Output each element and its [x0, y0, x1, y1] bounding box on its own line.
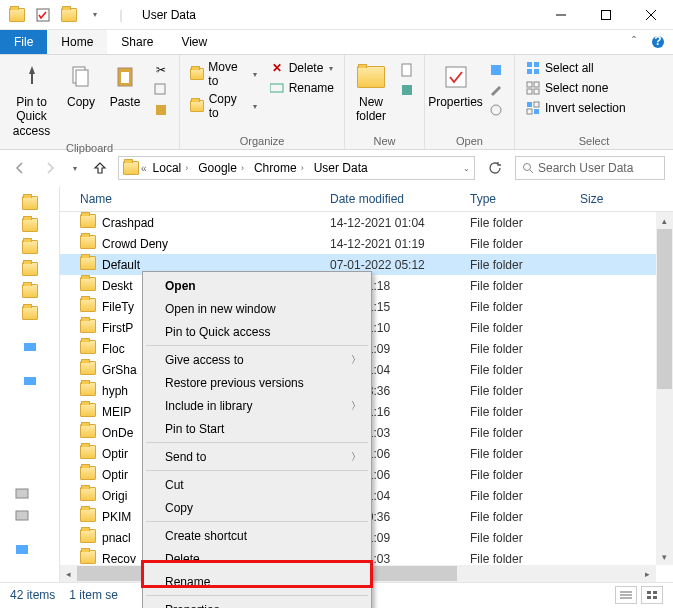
svg-rect-27: [527, 102, 532, 107]
tab-share[interactable]: Share: [107, 30, 167, 54]
cm-rename[interactable]: Rename: [145, 570, 369, 593]
cm-delete[interactable]: Delete: [145, 547, 369, 570]
close-button[interactable]: [628, 0, 673, 30]
col-name[interactable]: Name: [80, 192, 330, 206]
nav-tree[interactable]: [0, 186, 60, 582]
col-date[interactable]: Date modified: [330, 192, 470, 206]
pin-to-quick-access-button[interactable]: Pin to Quick access: [6, 59, 57, 140]
cm-send-to[interactable]: Send to〉: [145, 445, 369, 468]
cm-copy[interactable]: Copy: [145, 496, 369, 519]
cm-cut[interactable]: Cut: [145, 473, 369, 496]
cm-open-new-window[interactable]: Open in new window: [145, 297, 369, 320]
breadcrumb: User Data: [310, 161, 372, 175]
collapse-ribbon-icon[interactable]: ˆ: [625, 33, 643, 51]
group-label-organize: Organize: [186, 133, 338, 149]
folder-icon: [80, 424, 98, 442]
folder-icon: [80, 382, 98, 400]
svg-text:?: ?: [654, 35, 661, 48]
back-button[interactable]: [8, 156, 32, 180]
cm-restore-previous[interactable]: Restore previous versions: [145, 371, 369, 394]
select-all-button[interactable]: Select all: [521, 59, 630, 77]
up-button[interactable]: [88, 156, 112, 180]
svg-rect-16: [446, 67, 466, 87]
history-button[interactable]: [484, 101, 508, 119]
cm-pin-quick-access[interactable]: Pin to Quick access: [145, 320, 369, 343]
vertical-scrollbar[interactable]: ▴ ▾: [656, 212, 673, 565]
maximize-button[interactable]: [583, 0, 628, 30]
view-large-icons-button[interactable]: [641, 586, 663, 604]
cm-open[interactable]: Open: [145, 274, 369, 297]
search-box[interactable]: Search User Data: [515, 156, 665, 180]
cm-properties[interactable]: Properties: [145, 598, 369, 608]
folder-icon: [80, 508, 98, 526]
svg-rect-26: [534, 89, 539, 94]
folder-icon: [80, 214, 98, 232]
copy-to-button[interactable]: Copy to▾: [186, 91, 261, 121]
invert-selection-button[interactable]: Invert selection: [521, 99, 630, 117]
svg-rect-11: [155, 84, 165, 94]
title-bar: ▾ | User Data: [0, 0, 673, 30]
copy-path-button[interactable]: [149, 81, 173, 99]
recent-locations-button[interactable]: ▾: [68, 156, 82, 180]
list-item[interactable]: Crowd Deny14-12-2021 01:19File folder: [60, 233, 673, 254]
folder-icon: [80, 340, 98, 358]
scrollbar-thumb[interactable]: [657, 229, 672, 389]
folder-icon: [80, 361, 98, 379]
list-item[interactable]: Crashpad14-12-2021 01:04File folder: [60, 212, 673, 233]
move-to-button[interactable]: Move to▾: [186, 59, 261, 89]
edit-button[interactable]: [484, 81, 508, 99]
easy-access-button[interactable]: [395, 81, 419, 99]
paste-shortcut-button[interactable]: [149, 101, 173, 119]
cm-pin-start[interactable]: Pin to Start: [145, 417, 369, 440]
new-folder-button[interactable]: New folder: [351, 59, 391, 126]
help-icon[interactable]: ?: [649, 33, 667, 51]
cm-create-shortcut[interactable]: Create shortcut: [145, 524, 369, 547]
delete-button[interactable]: ✕Delete▾: [265, 59, 338, 77]
cut-button[interactable]: ✂: [149, 61, 173, 79]
column-headers[interactable]: Name Date modified Type Size: [60, 186, 673, 212]
paste-button[interactable]: Paste: [105, 59, 145, 111]
status-items-count: 42 items: [10, 588, 55, 602]
new-item-button[interactable]: [395, 61, 419, 79]
svg-rect-14: [402, 64, 411, 76]
group-label-clipboard: Clipboard: [6, 140, 173, 156]
col-size[interactable]: Size: [580, 192, 640, 206]
folder-icon: [80, 529, 98, 547]
group-label-select: Select: [521, 133, 667, 149]
cm-include-library[interactable]: Include in library〉: [145, 394, 369, 417]
qat-item[interactable]: [32, 4, 54, 26]
tab-file[interactable]: File: [0, 30, 47, 54]
svg-rect-43: [647, 596, 651, 599]
address-row: ▾ « Local› Google› Chrome› User Data ⌄ S…: [0, 150, 673, 186]
folder-icon: [80, 445, 98, 463]
col-type[interactable]: Type: [470, 192, 580, 206]
tab-view[interactable]: View: [167, 30, 221, 54]
refresh-button[interactable]: [481, 156, 509, 180]
svg-rect-22: [534, 69, 539, 74]
open-button[interactable]: [484, 61, 508, 79]
forward-button[interactable]: [38, 156, 62, 180]
svg-rect-8: [76, 70, 88, 86]
tab-home[interactable]: Home: [47, 30, 107, 54]
search-icon: [522, 162, 534, 174]
view-details-button[interactable]: [615, 586, 637, 604]
properties-button[interactable]: Properties: [431, 59, 480, 111]
rename-button[interactable]: Rename: [265, 79, 338, 97]
svg-point-31: [524, 164, 531, 171]
qat-dropdown[interactable]: ▾: [84, 4, 106, 26]
addr-folder-icon: [123, 161, 139, 175]
folder-icon: [80, 235, 98, 253]
svg-rect-24: [534, 82, 539, 87]
svg-rect-35: [16, 489, 28, 498]
copy-button[interactable]: Copy: [61, 59, 101, 111]
select-none-button[interactable]: Select none: [521, 79, 630, 97]
svg-rect-17: [491, 65, 501, 75]
cm-give-access[interactable]: Give access to〉: [145, 348, 369, 371]
context-menu: Open Open in new window Pin to Quick acc…: [142, 271, 372, 608]
group-label-new: New: [351, 133, 418, 149]
group-label-open: Open: [431, 133, 508, 149]
folder-qat-icon[interactable]: [58, 4, 80, 26]
minimize-button[interactable]: [538, 0, 583, 30]
svg-rect-30: [527, 109, 532, 114]
address-bar[interactable]: « Local› Google› Chrome› User Data ⌄: [118, 156, 475, 180]
